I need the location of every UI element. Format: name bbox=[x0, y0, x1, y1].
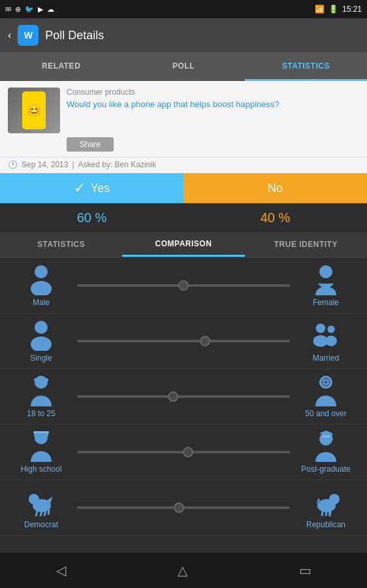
svg-point-3 bbox=[35, 321, 48, 334]
notification-icon: ✉ bbox=[5, 5, 11, 14]
vote-yes-button[interactable]: ✓ Yes bbox=[0, 173, 184, 203]
share-button[interactable]: Share bbox=[67, 137, 114, 152]
republican-icon bbox=[312, 486, 340, 517]
tab-poll[interactable]: POLL bbox=[122, 52, 244, 81]
vote-row: ✓ Yes No bbox=[0, 173, 367, 203]
status-right: Married bbox=[290, 319, 362, 363]
percentage-row: 60 % 40 % bbox=[0, 203, 367, 232]
svg-point-2 bbox=[319, 265, 332, 278]
clock: 15:21 bbox=[342, 5, 362, 14]
svg-point-0 bbox=[35, 265, 48, 278]
svg-point-7 bbox=[327, 325, 334, 333]
page-title: Poll Details bbox=[45, 29, 104, 42]
older-label: 50 and over bbox=[305, 409, 346, 418]
svg-line-24 bbox=[36, 511, 37, 516]
poll-card: 😊 Consumer products Would you like a pho… bbox=[0, 81, 367, 157]
svg-point-8 bbox=[325, 336, 337, 346]
yes-percentage: 60 % bbox=[0, 203, 184, 232]
poll-category: Consumer products bbox=[67, 88, 359, 97]
svg-point-23 bbox=[29, 494, 39, 504]
svg-point-21 bbox=[330, 438, 333, 441]
poll-thumbnail: 😊 bbox=[8, 88, 60, 133]
clock-icon: 🕐 bbox=[8, 160, 18, 169]
subtab-comparison[interactable]: COMPARISON bbox=[122, 232, 244, 257]
comparison-row-status: Single Married bbox=[0, 314, 367, 369]
nav-back-button[interactable]: ◁ bbox=[43, 557, 79, 583]
app-icon-1: ⊕ bbox=[15, 5, 21, 14]
tab-related[interactable]: RELATED bbox=[0, 52, 122, 81]
age-right: 50 and over bbox=[290, 375, 362, 418]
comparison-row-age: 18 to 25 50 and over bbox=[0, 369, 367, 425]
svg-rect-19 bbox=[322, 435, 330, 438]
comparison-section: Male Female Single bbox=[0, 258, 367, 536]
status-bar: ✉ ⊕ 🐦 ▶ ☁ 📶 🔋 15:21 bbox=[0, 0, 367, 18]
svg-line-30 bbox=[322, 511, 323, 516]
app-icon-2: 🐦 bbox=[25, 5, 34, 14]
svg-line-31 bbox=[326, 512, 327, 516]
comparison-row-politics: Democrat Republican bbox=[0, 480, 367, 536]
nav-recent-button[interactable]: ▭ bbox=[286, 557, 325, 583]
age-left: 18 to 25 bbox=[5, 375, 77, 418]
poll-author: Asked by: Ben Kazinik bbox=[78, 160, 156, 169]
edu-left: High school bbox=[5, 431, 77, 474]
svg-point-1 bbox=[31, 281, 52, 295]
postgrad-label: Post-graduate bbox=[301, 465, 350, 474]
gender-left: Male bbox=[5, 264, 77, 307]
highschool-label: High school bbox=[21, 465, 62, 474]
poll-meta: 🕐 Sep 14, 2013 | Asked by: Ben Kazinik bbox=[0, 157, 367, 173]
single-label: Single bbox=[30, 353, 52, 363]
app-icon-4: ☁ bbox=[47, 5, 54, 14]
svg-rect-17 bbox=[33, 431, 49, 433]
female-label: Female bbox=[313, 298, 339, 307]
young-icon bbox=[27, 375, 55, 406]
male-icon bbox=[27, 264, 55, 295]
politics-right: Republican bbox=[290, 486, 362, 529]
single-icon bbox=[27, 319, 55, 351]
politics-slider[interactable] bbox=[77, 506, 290, 509]
comparison-row-education: High school Post-graduate bbox=[0, 425, 367, 480]
svg-rect-10 bbox=[34, 378, 48, 382]
poll-date: Sep 14, 2013 bbox=[22, 160, 68, 169]
svg-line-25 bbox=[40, 512, 42, 516]
status-slider[interactable] bbox=[77, 340, 290, 342]
gender-slider[interactable] bbox=[77, 284, 290, 287]
politics-left: Democrat bbox=[5, 486, 77, 529]
subtab-true-identity[interactable]: TRUE IDENTITY bbox=[245, 232, 367, 257]
yes-label: Yes bbox=[91, 182, 110, 195]
female-icon bbox=[312, 264, 340, 295]
header: ‹ W Poll Details bbox=[0, 18, 367, 52]
age-slider[interactable] bbox=[77, 395, 290, 398]
married-icon bbox=[312, 319, 340, 351]
postgrad-icon bbox=[312, 431, 340, 462]
poll-info: Consumer products Would you like a phone… bbox=[67, 88, 359, 110]
poll-question: Would you like a phone app that helps bo… bbox=[67, 99, 359, 110]
older-icon bbox=[312, 375, 340, 406]
app-logo: W bbox=[18, 25, 39, 46]
back-arrow-icon[interactable]: ‹ bbox=[8, 29, 11, 41]
gender-right: Female bbox=[290, 264, 362, 307]
app-icon-3: ▶ bbox=[38, 5, 43, 14]
checkmark-icon: ✓ bbox=[74, 180, 86, 197]
young-label: 18 to 25 bbox=[27, 409, 55, 418]
status-bar-left: ✉ ⊕ 🐦 ▶ ☁ bbox=[5, 5, 54, 14]
tab-statistics[interactable]: STATISTICS bbox=[245, 52, 367, 81]
svg-point-4 bbox=[31, 336, 52, 351]
main-tabs: RELATED POLL STATISTICS bbox=[0, 52, 367, 81]
svg-point-5 bbox=[316, 323, 326, 333]
svg-line-26 bbox=[44, 511, 46, 516]
nav-home-button[interactable]: △ bbox=[165, 557, 200, 583]
wifi-icon: 📶 bbox=[315, 5, 325, 14]
status-bar-right: 📶 🔋 15:21 bbox=[315, 5, 362, 14]
married-label: Married bbox=[313, 353, 340, 363]
edu-slider[interactable] bbox=[77, 451, 290, 453]
republican-label: Republican bbox=[306, 520, 345, 529]
battery-icon: 🔋 bbox=[328, 5, 338, 14]
subtab-statistics[interactable]: STATISTICS bbox=[0, 232, 122, 257]
svg-line-32 bbox=[330, 511, 330, 516]
comparison-row-gender: Male Female bbox=[0, 258, 367, 314]
bottom-nav: ◁ △ ▭ bbox=[0, 553, 367, 588]
democrat-icon bbox=[27, 486, 55, 517]
no-percentage: 40 % bbox=[184, 203, 367, 232]
vote-no-button[interactable]: No bbox=[184, 173, 367, 203]
edu-right: Post-graduate bbox=[290, 431, 362, 474]
